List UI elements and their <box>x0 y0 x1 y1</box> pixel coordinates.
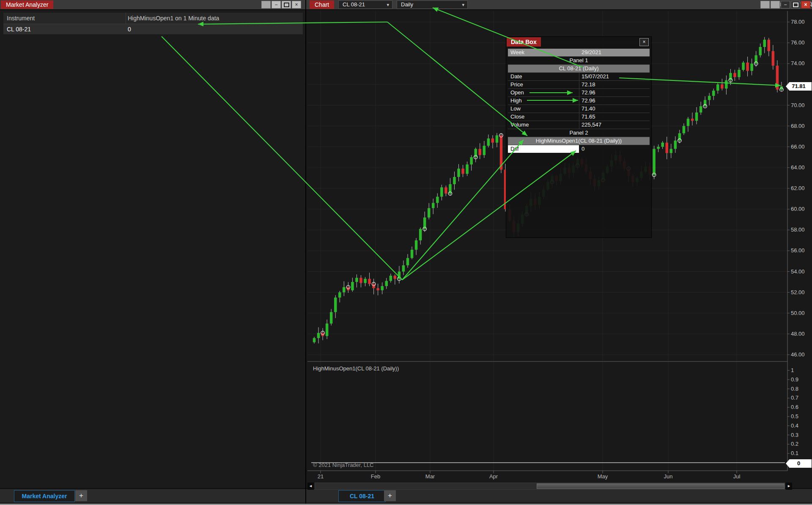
data-box-series2-header: HighMinusOpen1(CL 08-21 (Daily)) <box>508 137 650 145</box>
time-axis-tick: Jun <box>664 473 673 480</box>
price-axis-tick: 46.00 <box>791 351 805 358</box>
scroll-left-button[interactable]: ◄ <box>307 483 314 490</box>
tab-market-analyzer[interactable]: Market Analyzer <box>14 490 75 502</box>
grid-header-row: Instrument HighMinusOpen1 on 1 Minute da… <box>3 13 303 24</box>
field-label: Price <box>510 81 523 88</box>
time-axis-tick: May <box>598 473 608 480</box>
data-box-row-week: Week 29/2021 <box>508 49 650 56</box>
last-price-marker: 71.81 <box>786 82 812 91</box>
data-box-row-close: Close 71.65 <box>508 113 650 121</box>
indicator-axis-tick: 0.2 <box>791 441 798 447</box>
price-axis-tick: 76.00 <box>791 39 805 46</box>
price-axis-tick: 60.00 <box>791 206 805 212</box>
price-axis-tick: 50.00 <box>791 310 805 316</box>
ninjatrader-desktop: Market Analyzer − × Instrument HighMinus… <box>0 0 812 505</box>
time-axis-tick: Apr <box>489 473 498 480</box>
price-axis-tick: 64.00 <box>791 164 805 171</box>
indicator-value-marker: 0 <box>786 459 812 468</box>
interval-dropdown[interactable]: Daily ▾ <box>397 0 468 9</box>
scroll-right-button[interactable]: ► <box>786 483 792 490</box>
time-axis-tick: Mar <box>425 473 435 480</box>
instrument-dropdown-value: CL 08-21 <box>343 1 365 8</box>
minimize-button[interactable]: − <box>272 1 281 8</box>
field-value: 72.96 <box>582 89 595 97</box>
window-link-button[interactable] <box>261 1 271 8</box>
field-value: 71.65 <box>582 113 595 121</box>
field-label: Open <box>510 89 524 97</box>
cell-indicator-value[interactable]: 0 <box>128 24 131 34</box>
close-button[interactable]: × <box>801 1 810 8</box>
indicator-axis-tick: 0.4 <box>791 422 798 429</box>
close-button[interactable]: × <box>292 1 301 8</box>
chart-titlebar[interactable]: Chart CL 08-21 ▾ Daily ▾ <box>306 0 812 10</box>
week-label: Week <box>510 49 524 56</box>
time-axis-tick: Feb <box>371 473 380 480</box>
chart-scrollbar[interactable] <box>315 483 785 490</box>
indicator-axis-tick: 0.8 <box>791 386 798 392</box>
field-value: 71.40 <box>582 105 595 113</box>
panel2-indicator-label: HighMinusOpen1(CL 08-21 (Daily)) <box>313 365 399 372</box>
market-analyzer-grid: Instrument HighMinusOpen1 on 1 Minute da… <box>3 13 303 34</box>
market-analyzer-title: Market Analyzer <box>1 0 53 9</box>
diff-value: 0 <box>582 145 584 153</box>
market-analyzer-window: Market Analyzer − × Instrument HighMinus… <box>0 0 306 504</box>
data-box-window[interactable]: Data Box × Week 29/2021 Panel 1 CL 08-21… <box>506 36 652 238</box>
interval-link-button[interactable] <box>771 1 780 8</box>
field-label: Close <box>510 113 524 121</box>
column-separator[interactable] <box>126 13 126 24</box>
data-box-row-diff: Diff 0 <box>508 145 650 153</box>
diff-label: Diff <box>508 145 579 153</box>
data-box-row-volume: Volume 225,547 <box>508 121 650 129</box>
price-axis-tick: 78.00 <box>791 19 805 25</box>
instrument-dropdown[interactable]: CL 08-21 ▾ <box>338 0 392 9</box>
price-axis-tick: 52.00 <box>791 289 805 295</box>
chevron-down-icon: ▾ <box>462 1 464 8</box>
price-axis-tick: 66.00 <box>791 143 805 150</box>
indicator-axis-tick: 0.5 <box>791 413 798 419</box>
data-box-row-price: Price 72.18 <box>508 80 650 88</box>
field-label: Volume <box>510 121 529 129</box>
indicator-axis-tick: 0.6 <box>791 404 798 410</box>
price-axis-tick: 68.00 <box>791 123 805 129</box>
time-axis-tick: 21 <box>318 473 324 480</box>
data-box-title[interactable]: Data Box <box>507 37 541 47</box>
grid-row-cl-08-21[interactable]: CL 08-21 0 <box>3 24 303 34</box>
price-axis-tick: 74.00 <box>791 60 805 66</box>
price-axis-tick: 48.00 <box>791 331 805 337</box>
maximize-button[interactable] <box>282 1 291 8</box>
minimize-button[interactable]: − <box>781 1 790 8</box>
maximize-icon <box>793 3 798 7</box>
price-axis-tick: 58.00 <box>791 226 805 233</box>
maximize-button[interactable] <box>791 1 800 8</box>
indicator-axis-tick: 1 <box>791 367 794 373</box>
data-box-series1-header: CL 08-21 (Daily) <box>508 64 650 72</box>
data-box-row-open: Open 72.96 <box>508 88 650 97</box>
field-value: 72.18 <box>582 81 595 88</box>
close-icon[interactable]: × <box>639 38 649 46</box>
price-axis-tick: 62.00 <box>791 185 805 191</box>
data-box-row-high: High 72.96 <box>508 97 650 105</box>
indicator-axis-tick: 0.7 <box>791 395 798 401</box>
data-box-panel1-header: Panel 1 <box>508 56 650 64</box>
maximize-icon <box>284 3 289 7</box>
time-axis-tick: Jul <box>733 473 741 480</box>
chevron-down-icon: ▾ <box>387 1 389 8</box>
add-tab-button[interactable]: + <box>75 490 87 501</box>
add-tab-button[interactable]: + <box>384 490 396 501</box>
week-value: 29/2021 <box>582 49 601 56</box>
column-header-instrument[interactable]: Instrument <box>7 13 35 24</box>
field-label: Low <box>510 105 521 113</box>
cell-instrument[interactable]: CL 08-21 <box>7 24 31 34</box>
data-box-row-low: Low 71.40 <box>508 105 650 113</box>
data-box-table: Week 29/2021 Panel 1 CL 08-21 (Daily) Da… <box>508 49 650 153</box>
scrollbar-thumb[interactable] <box>537 483 785 489</box>
chart-title: Chart <box>310 0 334 9</box>
indicator-axis-tick: 0.1 <box>791 450 798 456</box>
field-value: 15/07/2021 <box>582 73 609 80</box>
column-header-indicator[interactable]: HighMinusOpen1 on 1 Minute data <box>128 13 219 24</box>
price-axis-tick: 70.00 <box>791 102 805 108</box>
tab-cl-08-21[interactable]: CL 08-21 <box>338 490 386 502</box>
market-analyzer-tabstrip: Market Analyzer + <box>0 488 305 502</box>
market-analyzer-titlebar[interactable]: Market Analyzer − × <box>0 0 305 10</box>
window-link-button[interactable] <box>760 1 770 8</box>
